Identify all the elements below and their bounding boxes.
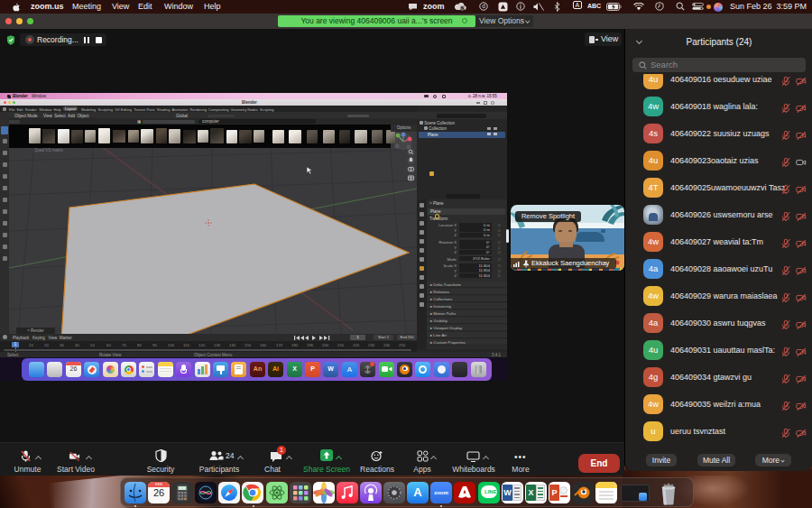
svg-text:d: d <box>482 3 485 9</box>
